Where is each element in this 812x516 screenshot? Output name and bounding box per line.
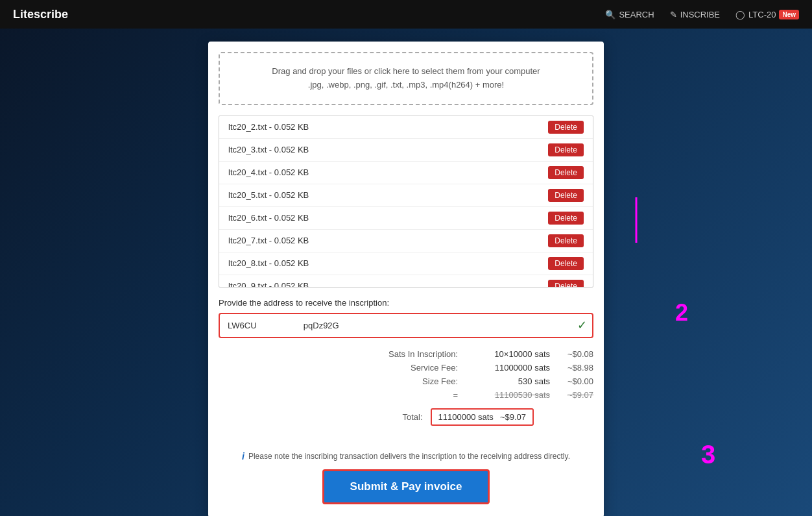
list-item: ltc20_2.txt - 0.052 KB Delete bbox=[219, 116, 593, 139]
sats-in-inscription-label: Sats In Inscription: bbox=[374, 349, 458, 359]
address-label: Provide the address to receive the inscr… bbox=[219, 298, 593, 308]
list-item: ltc20_8.txt - 0.052 KB Delete bbox=[219, 252, 593, 275]
delete-button[interactable]: Delete bbox=[548, 189, 584, 202]
search-icon: 🔍 bbox=[605, 10, 615, 19]
sats-in-inscription-value: 10×10000 sats bbox=[466, 349, 550, 359]
size-fee-row: Size Fee: 530 sats ~$0.00 bbox=[219, 375, 593, 388]
inscribe-nav-item[interactable]: ✎ INSCRIBE bbox=[670, 10, 720, 19]
brand-logo: Litescribe bbox=[13, 8, 68, 21]
new-badge: New bbox=[779, 10, 799, 19]
file-name: ltc20_4.txt - 0.052 KB bbox=[228, 167, 309, 177]
size-fee-value: 530 sats bbox=[466, 376, 550, 386]
address-input[interactable] bbox=[225, 314, 577, 337]
ltc20-nav-item[interactable]: ◯ LTC-20 New bbox=[735, 10, 799, 19]
search-nav-item[interactable]: 🔍 SEARCH bbox=[605, 10, 654, 19]
submit-wrapper: Submit & Pay invoice bbox=[208, 469, 604, 516]
drop-zone-text1: Drag and drop your files or click here t… bbox=[230, 65, 582, 79]
pen-icon: ✎ bbox=[670, 10, 677, 19]
fee-table: Sats In Inscription: 10×10000 sats ~$0.0… bbox=[219, 347, 593, 428]
file-list: ltc20_2.txt - 0.052 KB Delete ltc20_3.tx… bbox=[219, 116, 593, 288]
circle-icon: ◯ bbox=[735, 10, 745, 19]
file-name: ltc20_7.txt - 0.052 KB bbox=[228, 236, 309, 245]
list-item: ltc20_5.txt - 0.052 KB Delete bbox=[219, 184, 593, 207]
subtotal-row: = 11100530 sats ~$9.07 bbox=[219, 388, 593, 402]
service-fee-usd: ~$8.98 bbox=[558, 363, 593, 373]
address-input-wrapper: ✓ bbox=[219, 313, 593, 338]
service-fee-row: Service Fee: 11000000 sats ~$8.98 bbox=[219, 361, 593, 375]
total-box: 11100000 sats ~$9.07 bbox=[431, 408, 534, 426]
drop-zone[interactable]: Drag and drop your files or click here t… bbox=[219, 52, 593, 105]
list-item: ltc20_9.txt - 0.052 KB Delete bbox=[219, 275, 593, 288]
file-name: ltc20_8.txt - 0.052 KB bbox=[228, 258, 309, 268]
total-row: Total: 11100000 sats ~$9.07 bbox=[219, 406, 593, 428]
list-item: ltc20_4.txt - 0.052 KB Delete bbox=[219, 162, 593, 184]
file-name: ltc20_2.txt - 0.052 KB bbox=[228, 122, 309, 132]
file-name: ltc20_6.txt - 0.052 KB bbox=[228, 213, 309, 223]
subtotal-value: 11100530 sats bbox=[466, 390, 550, 400]
list-item: ltc20_6.txt - 0.052 KB Delete bbox=[219, 207, 593, 230]
delete-button[interactable]: Delete bbox=[548, 121, 584, 134]
total-usd: ~$9.07 bbox=[500, 412, 526, 422]
svg-text:3: 3 bbox=[701, 440, 715, 469]
service-fee-label: Service Fee: bbox=[374, 363, 458, 373]
note-row: i Please note the inscribing transaction… bbox=[208, 447, 604, 469]
total-sats: 11100000 sats bbox=[438, 412, 494, 422]
note-text: Please note the inscribing transaction d… bbox=[248, 452, 570, 461]
sats-in-inscription-usd: ~$0.08 bbox=[558, 349, 593, 359]
main-card: Drag and drop your files or click here t… bbox=[208, 42, 604, 516]
delete-button[interactable]: Delete bbox=[548, 234, 584, 247]
service-fee-value: 11000000 sats bbox=[466, 363, 550, 373]
navbar: Litescribe 🔍 SEARCH ✎ INSCRIBE ◯ LTC-20 … bbox=[0, 0, 812, 29]
file-name: ltc20_9.txt - 0.052 KB bbox=[228, 281, 309, 288]
address-section: Provide the address to receive the inscr… bbox=[208, 298, 604, 447]
list-item: ltc20_7.txt - 0.052 KB Delete bbox=[219, 230, 593, 252]
main-content: Drag and drop your files or click here t… bbox=[0, 29, 812, 516]
check-icon: ✓ bbox=[577, 318, 587, 332]
size-fee-usd: ~$0.00 bbox=[558, 376, 593, 386]
sats-in-inscription-row: Sats In Inscription: 10×10000 sats ~$0.0… bbox=[219, 347, 593, 361]
file-name: ltc20_3.txt - 0.052 KB bbox=[228, 145, 309, 154]
equals-label: = bbox=[374, 390, 458, 400]
delete-button[interactable]: Delete bbox=[548, 166, 584, 179]
delete-button[interactable]: Delete bbox=[548, 257, 584, 270]
list-item: ltc20_3.txt - 0.052 KB Delete bbox=[219, 139, 593, 162]
subtotal-usd: ~$9.07 bbox=[558, 390, 593, 400]
delete-button[interactable]: Delete bbox=[548, 212, 584, 225]
delete-button[interactable]: Delete bbox=[548, 280, 584, 288]
info-icon: i bbox=[242, 451, 245, 461]
size-fee-label: Size Fee: bbox=[374, 376, 458, 386]
submit-pay-button[interactable]: Submit & Pay invoice bbox=[322, 469, 490, 504]
file-name: ltc20_5.txt - 0.052 KB bbox=[228, 190, 309, 200]
delete-button[interactable]: Delete bbox=[548, 143, 584, 156]
total-label: Total: bbox=[339, 412, 423, 422]
drop-zone-text2: .jpg, .webp, .png, .gif, .txt, .mp3, .mp… bbox=[230, 79, 582, 92]
svg-text:2: 2 bbox=[675, 299, 688, 326]
